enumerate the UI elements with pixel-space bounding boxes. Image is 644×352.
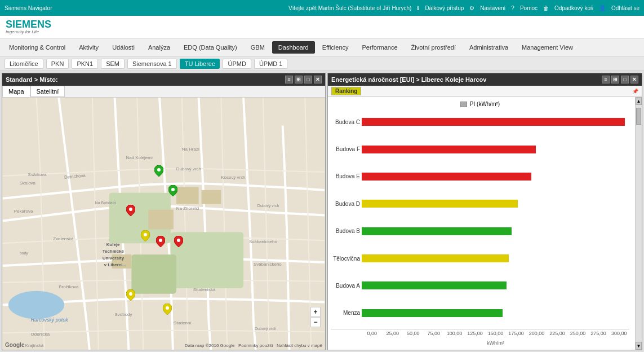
loc-item-úpmd-1[interactable]: ÚPMD 1 bbox=[254, 59, 288, 69]
bar-fill[interactable] bbox=[362, 227, 512, 235]
chart-icon-grid[interactable]: ⊞ bbox=[611, 76, 619, 83]
bar-label: Budova A bbox=[329, 283, 360, 289]
nav-item-monitoring-&-control[interactable]: Monitoring & Control bbox=[3, 41, 72, 54]
map-pin-green1[interactable] bbox=[154, 165, 163, 177]
chart-legend: PI (kWh/m²) bbox=[331, 100, 629, 108]
map-icon-expand[interactable]: □ bbox=[304, 76, 312, 83]
map-pin-yellow1[interactable] bbox=[141, 230, 150, 241]
zoom-out-button[interactable]: − bbox=[310, 317, 321, 327]
chart-icon-expand[interactable]: □ bbox=[621, 76, 629, 83]
map-pin-red3[interactable] bbox=[174, 236, 183, 247]
bar-row: Budova C bbox=[362, 117, 629, 126]
svg-text:Svábanickeho: Svábanickeho bbox=[254, 262, 282, 267]
loc-item-pkn1[interactable]: PKN1 bbox=[72, 59, 98, 69]
svg-text:Dubový vrch: Dubový vrch bbox=[140, 349, 165, 350]
bar-fill[interactable] bbox=[362, 281, 507, 289]
main-content: Standard > Místo: ≡ ⊞ □ ✕ Mapa Satelitní bbox=[0, 71, 644, 352]
svg-text:Pekařova: Pekařova bbox=[14, 209, 33, 214]
map-pin-green2[interactable] bbox=[168, 185, 177, 196]
bar-row: Tělocvična bbox=[362, 254, 629, 263]
scroll-thumb[interactable] bbox=[636, 108, 641, 125]
top-bar: Siemens Navigator Vítejte zpět Martin Šu… bbox=[0, 0, 644, 16]
bar-fill[interactable] bbox=[362, 118, 625, 126]
svg-text:Studenní: Studenní bbox=[174, 320, 192, 325]
loc-item-tu-liberec[interactable]: TU Liberec bbox=[180, 59, 220, 69]
app-title-text: Siemens Navigator bbox=[5, 5, 52, 11]
svg-text:Dubový vrch: Dubový vrch bbox=[176, 166, 201, 171]
scroll-track bbox=[636, 105, 642, 342]
svg-point-43 bbox=[159, 239, 162, 242]
logout-link[interactable]: Odhlásit se bbox=[611, 5, 639, 11]
bar-fill[interactable] bbox=[362, 146, 536, 153]
x-tick: 225,00 bbox=[547, 329, 568, 340]
bar-label: Tělocvična bbox=[329, 256, 360, 262]
map-pin-red1[interactable] bbox=[126, 205, 135, 216]
user-icon: 👤 bbox=[599, 5, 606, 11]
chart-panel-header: Energetická náročnost [EUI] > Liberec Ko… bbox=[328, 73, 642, 86]
loc-item-siemensova-1[interactable]: Siemensova 1 bbox=[127, 59, 177, 69]
remote-access-link[interactable]: Dálkový přístup bbox=[425, 5, 464, 11]
trash-link[interactable]: Odpadkový koš bbox=[554, 5, 593, 11]
map-panel: Standard > Místo: ≡ ⊞ □ ✕ Mapa Satelitní bbox=[2, 73, 326, 350]
scroll-down-button[interactable]: ▼ bbox=[636, 342, 642, 350]
x-tick: 100,00 bbox=[444, 329, 465, 340]
loc-item-pkn[interactable]: PKN bbox=[46, 59, 69, 69]
map-pin-person[interactable] bbox=[163, 303, 172, 315]
location-bar: LitoměřicePKNPKN1SEMSiemensova 1TU Liber… bbox=[0, 56, 644, 71]
map-icon-grid[interactable]: ⊞ bbox=[295, 76, 303, 83]
svg-text:Nad Kolejemi: Nad Kolejemi bbox=[126, 155, 152, 160]
siemens-logo: SIEMENS Ingenuity for Life bbox=[6, 19, 51, 34]
nav-item-management-view[interactable]: Management View bbox=[516, 41, 579, 54]
chart-filter-bar: Ranking 📌 bbox=[328, 86, 642, 97]
tab-satellite[interactable]: Satelitní bbox=[30, 86, 65, 97]
svg-point-42 bbox=[144, 233, 147, 236]
settings-link[interactable]: Nastavení bbox=[480, 5, 505, 11]
nav-item-aktivity[interactable]: Aktivity bbox=[73, 41, 105, 54]
loc-item-sem[interactable]: SEM bbox=[101, 59, 125, 69]
map-body: Detrichova Pekařova Skalova Nad Kolejemi… bbox=[2, 98, 325, 350]
bar-fill[interactable] bbox=[362, 173, 531, 181]
nav-item-události[interactable]: Události bbox=[106, 41, 141, 54]
chart-scrollbar: ▲ ▼ bbox=[635, 97, 642, 350]
logo-bar: SIEMENS Ingenuity for Life bbox=[0, 16, 644, 38]
svg-text:Studentská: Studentská bbox=[193, 287, 216, 292]
svg-text:Na Hrazi: Na Hrazi bbox=[182, 147, 199, 152]
top-bar-actions: Vítejte zpět Martin Šulc (Substitute of … bbox=[288, 5, 639, 11]
map-pin-yellow2[interactable] bbox=[126, 289, 135, 301]
map-pin-red2[interactable] bbox=[156, 236, 165, 247]
bar-fill[interactable] bbox=[362, 200, 518, 208]
svg-rect-5 bbox=[176, 187, 199, 204]
loc-item-úpmd[interactable]: ÚPMD bbox=[223, 59, 251, 69]
bar-track bbox=[362, 309, 629, 318]
nav-item-efficiency[interactable]: Efficiency bbox=[316, 41, 355, 54]
x-tick: 300,00 bbox=[609, 329, 629, 340]
svg-text:Brožíkova: Brožíkova bbox=[59, 284, 79, 289]
map-icon-menu[interactable]: ≡ bbox=[285, 76, 293, 83]
map-icon-close[interactable]: ✕ bbox=[314, 76, 322, 83]
help-link[interactable]: Pomoc bbox=[520, 5, 538, 11]
nav-item-administrativa[interactable]: Administrativa bbox=[463, 41, 514, 54]
map-panel-header: Standard > Místo: ≡ ⊞ □ ✕ bbox=[2, 73, 325, 86]
nav-item-edq-(data-quality)[interactable]: EDQ (Data Quality) bbox=[177, 41, 243, 54]
nav-item-analýza[interactable]: Analýza bbox=[142, 41, 176, 54]
chart-icon-menu[interactable]: ≡ bbox=[602, 76, 610, 83]
nav-item-performance[interactable]: Performance bbox=[356, 41, 404, 54]
chart-pin-icon[interactable]: 📌 bbox=[632, 89, 638, 94]
bar-fill[interactable] bbox=[362, 254, 509, 262]
ranking-badge[interactable]: Ranking bbox=[331, 87, 361, 95]
app-title: Siemens Navigator bbox=[5, 5, 52, 11]
nav-item-dashboard[interactable]: Dashboard bbox=[272, 41, 315, 54]
chart-panel-controls: ≡ ⊞ □ ✕ bbox=[602, 76, 638, 83]
nav-item-gbm[interactable]: GBM bbox=[245, 41, 271, 54]
bar-track bbox=[362, 254, 629, 263]
nav-item-životní-prostředí[interactable]: Životní prostředí bbox=[405, 41, 462, 54]
loc-item-litoměřice[interactable]: Litoměřice bbox=[5, 59, 43, 69]
chart-icon-close[interactable]: ✕ bbox=[630, 76, 638, 83]
scroll-up-button[interactable]: ▲ bbox=[636, 97, 642, 105]
svg-text:Studenní: Studenní bbox=[205, 349, 223, 350]
svg-rect-3 bbox=[131, 254, 176, 294]
svg-text:body: body bbox=[20, 251, 29, 256]
bar-fill[interactable] bbox=[362, 309, 503, 317]
zoom-in-button[interactable]: + bbox=[310, 307, 321, 317]
tab-map[interactable]: Mapa bbox=[2, 86, 30, 97]
